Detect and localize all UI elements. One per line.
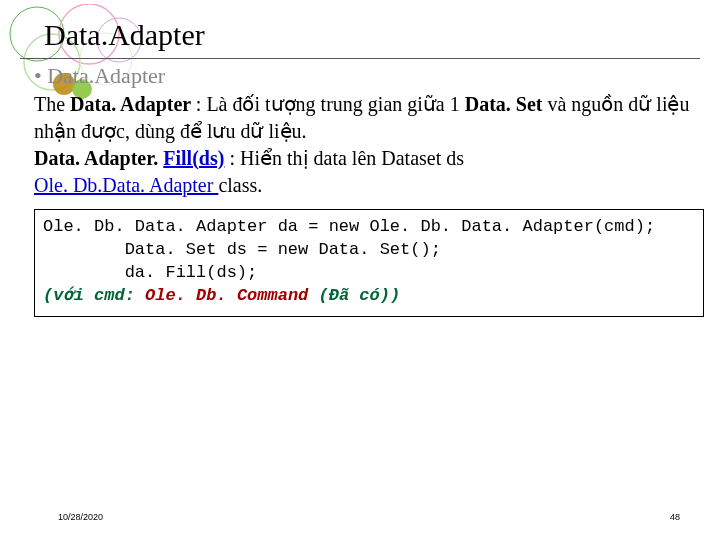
text-desc1: : Là đối tượng trung gian giữa 1 (196, 93, 465, 115)
code-line-4: (với cmd: Ole. Db. Command (Đã có)) (43, 285, 695, 308)
divider (20, 58, 700, 59)
text-class: class. (218, 174, 262, 196)
link-fill[interactable]: Fill(ds) (163, 147, 224, 169)
text-the: The (34, 93, 70, 115)
body-paragraph: The Data. Adapter : Là đối tượng trung g… (34, 91, 704, 199)
code-box: Ole. Db. Data. Adapter da = new Ole. Db.… (34, 209, 704, 317)
slide-title: Data.Adapter (44, 18, 205, 51)
text-dataset-bold: Data. Set (465, 93, 543, 115)
text-dataadapter-bold: Data. Adapter (70, 93, 196, 115)
bullet-heading: • Data.Adapter (34, 63, 700, 89)
footer-date: 10/28/2020 (58, 512, 103, 522)
code-line-1: Ole. Db. Data. Adapter da = new Ole. Db.… (43, 216, 695, 239)
code-line-3: da. Fill(ds); (43, 262, 695, 285)
link-oledb[interactable]: Ole. Db.Data. Adapter (34, 174, 218, 196)
code-line-2: Data. Set ds = new Data. Set(); (43, 239, 695, 262)
text-fill-bold: Data. Adapter. (34, 147, 163, 169)
footer-page-number: 48 (670, 512, 680, 522)
text-fill-desc: : Hiển thị data lên Dataset ds (224, 147, 464, 169)
